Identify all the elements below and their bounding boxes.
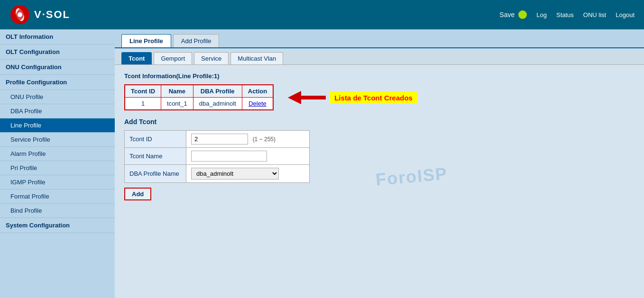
add-tcont-title: Add Tcont xyxy=(124,118,635,126)
layout: OLT Information OLT Configuration ONU Co… xyxy=(0,29,644,298)
sidebar-item-onu-profile[interactable]: ONU Profile xyxy=(0,90,115,104)
sidebar-item-service-profile[interactable]: Service Profile xyxy=(0,133,115,147)
status-link[interactable]: Status xyxy=(556,11,574,18)
sidebar-item-olt-configuration[interactable]: OLT Configuration xyxy=(0,45,115,60)
form-row-dba-profile: DBA Profile Name dba_adminolt xyxy=(125,165,310,183)
sidebar-item-onu-configuration[interactable]: ONU Configuration xyxy=(0,60,115,75)
sidebar: OLT Information OLT Configuration ONU Co… xyxy=(0,29,115,298)
col-dba-profile: DBA Profile xyxy=(193,85,242,98)
sidebar-item-dba-profile[interactable]: DBA Profile xyxy=(0,104,115,118)
cell-dba-profile: dba_adminolt xyxy=(193,98,242,110)
form-row-tcont-name: Tcont Name xyxy=(125,148,310,165)
sidebar-item-igmp-profile[interactable]: IGMP Profile xyxy=(0,175,115,190)
tab-tcont[interactable]: Tcont xyxy=(121,52,152,64)
value-tcont-name xyxy=(186,148,310,165)
sidebar-item-format-profile[interactable]: Format Profile xyxy=(0,190,115,204)
select-dba-profile[interactable]: dba_adminolt xyxy=(191,168,279,180)
sidebar-item-olt-information[interactable]: OLT Information xyxy=(0,29,115,45)
logo-icon xyxy=(9,4,30,25)
main-content: Line Profile Add Profile Tcont Gemport S… xyxy=(115,29,644,298)
col-tcont-id: Tcont ID xyxy=(125,85,161,98)
tcont-table: Tcont ID Name DBA Profile Action 1 tcont… xyxy=(124,84,274,110)
tab-add-profile[interactable]: Add Profile xyxy=(173,34,220,47)
section-title: Tcont Information(Line Profile:1) xyxy=(124,72,635,80)
annotation-label: Lista de Tcont Creados xyxy=(330,92,417,104)
header: V·SOL Save Log Status ONU list Logout xyxy=(0,0,644,29)
add-tcont-form: Tcont ID (1 ~ 255) Tcont Name DBA Profil… xyxy=(124,130,310,183)
col-name: Name xyxy=(161,85,193,98)
tab-line-profile[interactable]: Line Profile xyxy=(121,34,171,47)
save-label[interactable]: Save xyxy=(499,11,515,18)
label-tcont-name: Tcont Name xyxy=(125,148,186,165)
sidebar-item-line-profile[interactable]: Line Profile xyxy=(0,118,115,133)
tab-multicast-vlan[interactable]: Multicast Vlan xyxy=(230,52,283,64)
sidebar-item-system-configuration[interactable]: System Configuration xyxy=(0,218,115,233)
header-right: Save Log Status ONU list Logout xyxy=(114,10,635,19)
logout-link[interactable]: Logout xyxy=(616,11,635,18)
cell-name: tcont_1 xyxy=(161,98,193,110)
arrow-icon xyxy=(288,91,326,104)
delete-link[interactable]: Delete xyxy=(248,100,267,107)
value-dba-profile-name: dba_adminolt xyxy=(186,165,310,183)
sidebar-item-pri-profile[interactable]: Pri Profile xyxy=(0,161,115,175)
col-action: Action xyxy=(242,85,273,98)
table-row: 1 tcont_1 dba_adminolt Delete xyxy=(125,98,273,110)
content-area: Tcont Information(Line Profile:1) Tcont … xyxy=(115,65,644,208)
input-tcont-name[interactable] xyxy=(191,151,267,162)
sub-tab-bar: Tcont Gemport Service Multicast Vlan xyxy=(115,48,644,65)
svg-point-3 xyxy=(18,12,22,17)
sidebar-item-bind-profile[interactable]: Bind Profile xyxy=(0,204,115,218)
save-area: Save xyxy=(499,10,527,19)
form-row-tcont-id: Tcont ID (1 ~ 255) xyxy=(125,131,310,148)
tcont-id-hint: (1 ~ 255) xyxy=(253,136,276,143)
sidebar-item-alarm-profile[interactable]: Alarm Profile xyxy=(0,147,115,161)
tab-gemport[interactable]: Gemport xyxy=(154,52,192,64)
tab-service[interactable]: Service xyxy=(194,52,229,64)
cell-tcont-id: 1 xyxy=(125,98,161,110)
logo-area: V·SOL xyxy=(9,4,114,25)
label-dba-profile-name: DBA Profile Name xyxy=(125,165,186,183)
input-tcont-id[interactable] xyxy=(191,134,248,144)
onu-list-link[interactable]: ONU list xyxy=(583,11,606,18)
logo-text: V·SOL xyxy=(34,9,70,21)
log-link[interactable]: Log xyxy=(536,11,547,18)
value-tcont-id: (1 ~ 255) xyxy=(186,131,310,148)
label-tcont-id: Tcont ID xyxy=(125,131,186,148)
sidebar-item-profile-configuration[interactable]: Profile Configuration xyxy=(0,75,115,90)
svg-marker-4 xyxy=(288,91,326,104)
add-button[interactable]: Add xyxy=(124,188,151,200)
top-tab-bar: Line Profile Add Profile xyxy=(115,29,644,48)
cell-action: Delete xyxy=(242,98,273,110)
status-dot xyxy=(518,10,527,19)
